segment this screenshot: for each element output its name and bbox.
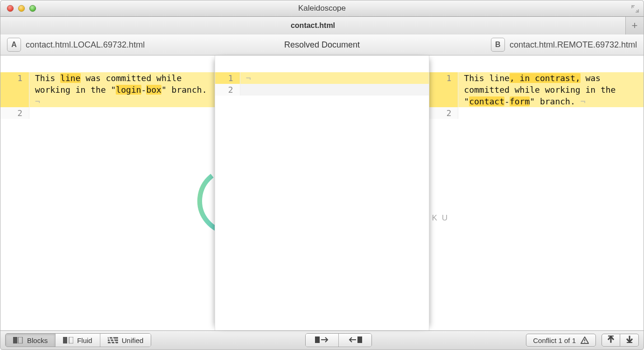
view-blocks-label: Blocks (27, 336, 48, 344)
line-content (240, 84, 429, 96)
file-badge-a[interactable]: A (7, 38, 21, 52)
svg-rect-10 (315, 336, 320, 343)
tab-contact-html[interactable]: contact.html (0, 17, 626, 34)
merge-left-to-right-button[interactable] (306, 334, 339, 347)
line-content: ¬ (240, 72, 429, 84)
left-file-name: contact.html.LOCAL.69732.html (26, 40, 145, 50)
svg-point-13 (584, 342, 585, 343)
right-line-2: 2 (429, 107, 644, 119)
pane-right[interactable]: 1 This line, in contrast, was committed … (429, 55, 644, 330)
conflict-nav-group (602, 334, 639, 347)
center-label: Resolved Document (284, 40, 360, 50)
line-number: 2 (0, 107, 29, 119)
line-content: This line was committed while working in… (29, 72, 215, 107)
arrow-up-icon (608, 336, 614, 345)
warning-icon (581, 336, 589, 344)
center-file-header: Resolved Document (215, 34, 429, 55)
svg-rect-4 (69, 337, 73, 343)
line-number: 2 (429, 107, 458, 119)
right-file-name: contact.html.REMOTE.69732.html (510, 40, 637, 50)
window-titlebar: Kaleidoscope (0, 0, 644, 17)
right-file-header: B contact.html.REMOTE.69732.html (429, 34, 644, 55)
view-blocks-button[interactable]: Blocks (6, 334, 56, 347)
line-number: 2 (215, 84, 240, 96)
left-line-2: 2 (0, 107, 215, 119)
merge-rtl-icon (348, 336, 362, 345)
right-line-1: 1 This line, in contrast, was committed … (429, 72, 644, 107)
arrow-down-icon (626, 336, 633, 345)
fluid-icon (63, 337, 73, 343)
diff-area: 1 This line was committed while working … (0, 55, 644, 330)
plus-icon: + (632, 20, 638, 32)
view-fluid-label: Fluid (77, 336, 92, 344)
fullscreen-button[interactable] (630, 4, 640, 14)
line-content: This line, in contrast, was committed wh… (458, 72, 644, 107)
tab-bar: contact.html + (0, 17, 644, 34)
line-number: 1 (215, 72, 240, 84)
view-unified-label: Unified (122, 336, 144, 344)
blocks-icon (13, 337, 23, 343)
center-line-2: 2 (215, 84, 429, 96)
conflict-indicator[interactable]: Conflict 1 of 1 (526, 334, 596, 347)
svg-rect-11 (357, 336, 362, 343)
center-line-1: 1 ¬ (215, 72, 429, 84)
traffic-lights (0, 5, 36, 12)
merge-right-to-left-button[interactable] (339, 334, 371, 347)
merge-direction-group (305, 333, 372, 347)
pane-center[interactable]: 1 ¬ 2 (215, 55, 430, 330)
svg-rect-3 (63, 337, 67, 343)
prev-conflict-button[interactable] (602, 334, 620, 347)
line-content (29, 107, 215, 119)
left-line-1: 1 This line was committed while working … (0, 72, 215, 107)
add-tab-button[interactable]: + (626, 17, 644, 34)
svg-rect-1 (13, 337, 17, 343)
unified-icon (108, 337, 118, 343)
line-number: 1 (0, 72, 29, 107)
line-number: 1 (429, 72, 458, 107)
view-mode-segmented: Blocks Fluid Unified (5, 333, 151, 347)
zoom-window-button[interactable] (29, 5, 36, 12)
left-file-header: A contact.html.LOCAL.69732.html (0, 34, 215, 55)
line-content (458, 107, 644, 119)
bottom-toolbar: Blocks Fluid Unified (0, 330, 644, 350)
next-conflict-button[interactable] (620, 334, 639, 347)
minimize-window-button[interactable] (18, 5, 25, 12)
app-title: Kaleidoscope (0, 4, 644, 13)
close-window-button[interactable] (7, 5, 14, 12)
svg-rect-2 (18, 337, 22, 343)
conflict-controls: Conflict 1 of 1 (526, 334, 639, 347)
view-unified-button[interactable]: Unified (100, 334, 151, 347)
tab-label: contact.html (291, 21, 335, 30)
path-bar: A contact.html.LOCAL.69732.html Resolved… (0, 34, 644, 55)
view-fluid-button[interactable]: Fluid (56, 334, 100, 347)
file-badge-b[interactable]: B (491, 38, 505, 52)
conflict-label: Conflict 1 of 1 (533, 336, 576, 344)
merge-ltr-icon (315, 336, 329, 345)
pane-left[interactable]: 1 This line was committed while working … (0, 55, 215, 330)
